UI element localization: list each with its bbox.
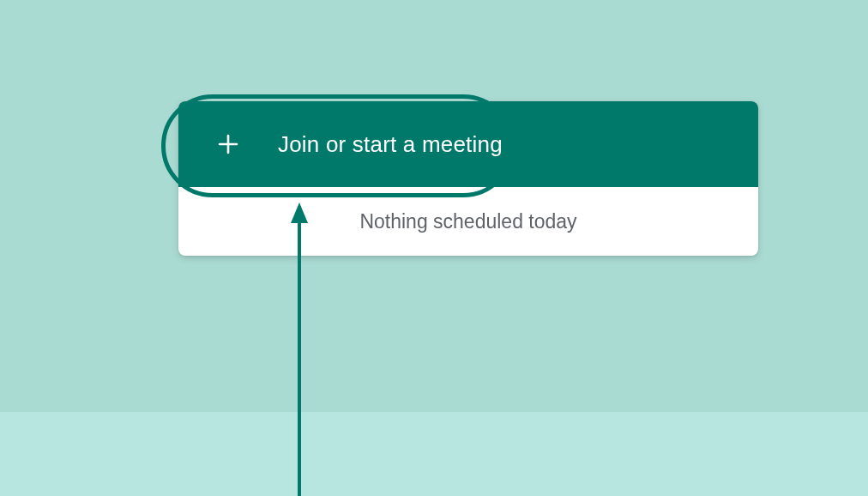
schedule-status-row: Nothing scheduled today: [178, 187, 758, 256]
join-or-start-meeting-button[interactable]: Join or start a meeting: [178, 101, 758, 187]
meeting-card: Join or start a meeting Nothing schedule…: [178, 101, 758, 256]
plus-icon: [216, 132, 240, 156]
schedule-status-text: Nothing scheduled today: [359, 210, 576, 233]
background-lower-band: [0, 412, 868, 496]
join-button-label: Join or start a meeting: [278, 131, 503, 158]
